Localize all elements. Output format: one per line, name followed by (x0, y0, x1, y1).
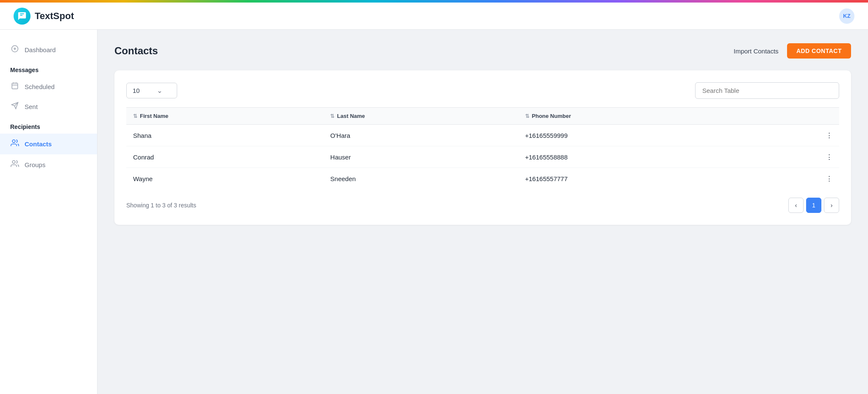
user-avatar[interactable]: KZ (839, 8, 854, 24)
sidebar-item-contacts[interactable]: Contacts (0, 134, 97, 154)
groups-label: Groups (25, 161, 45, 168)
col-last-name-label: Last Name (337, 113, 365, 119)
cell-first-name: Conrad (126, 146, 323, 168)
col-first-name-label: First Name (140, 113, 168, 119)
col-first-name[interactable]: ⇅ First Name (126, 108, 323, 125)
table-row: Conrad Hauser +16165558888 ⋮ (126, 146, 839, 168)
row-actions-menu[interactable]: ⋮ (759, 168, 839, 190)
sent-label: Sent (25, 103, 38, 110)
svg-point-7 (12, 140, 15, 143)
next-page-button[interactable]: › (824, 198, 839, 213)
table-header-row: ⇅ First Name ⇅ Last Name (126, 108, 839, 125)
cell-first-name: Wayne (126, 168, 323, 190)
app-body: Dashboard Messages Scheduled Sent Recipi… (0, 30, 868, 394)
svg-rect-1 (12, 83, 18, 89)
contacts-label: Contacts (25, 140, 52, 148)
dashboard-icon (10, 45, 19, 55)
col-phone-number[interactable]: ⇅ Phone Number (518, 108, 759, 125)
sidebar-item-groups[interactable]: Groups (0, 154, 97, 175)
groups-icon (10, 159, 19, 170)
app-name: TextSpot (35, 11, 74, 22)
contacts-card: 10 ⌄ ⇅ First Name (114, 70, 851, 225)
col-actions-header (759, 108, 839, 125)
cell-first-name: Shana (126, 125, 323, 146)
page-header: Contacts Import Contacts ADD CONTACT (114, 43, 851, 59)
logo-icon (14, 8, 31, 25)
sidebar-dashboard-label: Dashboard (25, 46, 56, 53)
sidebar-item-sent[interactable]: Sent (0, 97, 97, 117)
search-input[interactable] (695, 82, 839, 99)
cell-last-name: Sneeden (323, 168, 518, 190)
sort-icon-last-name: ⇅ (330, 113, 334, 119)
add-contact-button[interactable]: ADD CONTACT (787, 43, 851, 59)
showing-text: Showing 1 to 3 of 3 results (126, 202, 196, 209)
row-actions-menu[interactable]: ⋮ (759, 125, 839, 146)
svg-point-8 (12, 161, 15, 164)
sidebar-item-dashboard[interactable]: Dashboard (0, 40, 97, 60)
pagination: ‹ 1 › (788, 198, 839, 213)
sidebar: Dashboard Messages Scheduled Sent Recipi… (0, 30, 97, 394)
cell-last-name: Hauser (323, 146, 518, 168)
controls-row: 10 ⌄ (126, 82, 839, 99)
chevron-down-icon: ⌄ (157, 87, 162, 95)
sort-icon-phone: ⇅ (525, 113, 529, 119)
page-1-button[interactable]: 1 (806, 198, 821, 213)
contacts-table: ⇅ First Name ⇅ Last Name (126, 107, 839, 189)
page-title: Contacts (114, 45, 158, 57)
messages-section-label: Messages (0, 60, 97, 77)
sidebar-item-scheduled[interactable]: Scheduled (0, 77, 97, 97)
prev-page-button[interactable]: ‹ (788, 198, 804, 213)
header-actions: Import Contacts ADD CONTACT (734, 43, 851, 59)
import-contacts-button[interactable]: Import Contacts (734, 48, 779, 55)
recipients-section-label: Recipients (0, 117, 97, 134)
app-header: TextSpot KZ (0, 3, 868, 30)
cell-last-name: O'Hara (323, 125, 518, 146)
cell-phone: +16165557777 (518, 168, 759, 190)
table-footer: Showing 1 to 3 of 3 results ‹ 1 › (126, 198, 839, 213)
row-actions-menu[interactable]: ⋮ (759, 146, 839, 168)
scheduled-icon (10, 82, 19, 92)
per-page-select[interactable]: 10 ⌄ (126, 83, 177, 98)
sort-icon-first-name: ⇅ (133, 113, 137, 119)
col-last-name[interactable]: ⇅ Last Name (323, 108, 518, 125)
scheduled-label: Scheduled (25, 83, 55, 90)
per-page-value: 10 (133, 87, 140, 94)
cell-phone: +16165559999 (518, 125, 759, 146)
contacts-icon (10, 139, 19, 149)
sent-icon (10, 102, 19, 112)
logo-area: TextSpot (14, 8, 74, 25)
col-phone-label: Phone Number (532, 113, 571, 119)
cell-phone: +16165558888 (518, 146, 759, 168)
table-row: Shana O'Hara +16165559999 ⋮ (126, 125, 839, 146)
main-content: Contacts Import Contacts ADD CONTACT 10 … (97, 30, 868, 394)
table-row: Wayne Sneeden +16165557777 ⋮ (126, 168, 839, 190)
